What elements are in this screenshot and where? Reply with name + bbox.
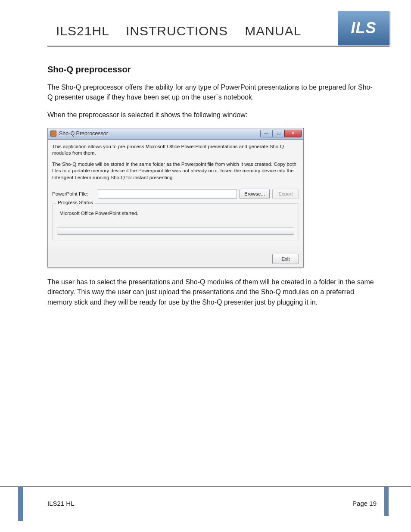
app-description-2: The Sho-Q module will be stored in the s… xyxy=(52,161,299,181)
footer-doc-name: ILS21 HL xyxy=(47,500,75,507)
maximize-icon: ▭ xyxy=(277,131,280,136)
progress-groupbox: Progress Status Microsoft Office PowerPo… xyxy=(52,203,299,240)
progress-status-text: Microsoft Office PowerPoint started. xyxy=(59,211,294,216)
close-icon: ✕ xyxy=(291,131,295,136)
window-title: Sho-Q Preprocessor xyxy=(59,131,260,137)
powerpoint-file-input[interactable] xyxy=(98,189,237,199)
progress-group-label: Progress Status xyxy=(56,200,95,205)
section-heading: Sho-Q preprocessor xyxy=(47,65,375,75)
minimize-icon: — xyxy=(264,131,268,136)
window-bottom-bar: Exit xyxy=(48,250,303,267)
header-title: ILS21HL INSTRUCTIONS MANUAL xyxy=(47,24,301,38)
file-row: PowerPoint File: Browse... Export xyxy=(52,189,299,199)
footer-right-accent xyxy=(384,487,389,516)
shoq-preprocessor-window: Sho-Q Preprocessor — ▭ ✕ This applicatio… xyxy=(47,128,304,268)
ils-logo: ILS xyxy=(338,11,389,45)
window-app-icon xyxy=(50,131,56,137)
document-page: ILS21HL INSTRUCTIONS MANUAL ILS Sho-Q pr… xyxy=(0,0,411,532)
maximize-button[interactable]: ▭ xyxy=(272,130,284,137)
page-content: Sho-Q preprocessor The Sho-Q preprocesso… xyxy=(47,65,375,315)
intro-paragraph-2: When the preprocessor is selected it sho… xyxy=(47,110,375,120)
window-client-area: This application allows you to pre-proce… xyxy=(48,140,303,246)
progress-bar xyxy=(57,227,294,235)
outro-paragraph: The user has to select the presentations… xyxy=(47,277,375,307)
window-controls: — ▭ ✕ xyxy=(260,130,302,137)
window-titlebar[interactable]: Sho-Q Preprocessor — ▭ ✕ xyxy=(48,128,303,140)
minimize-button[interactable]: — xyxy=(260,130,272,137)
exit-button[interactable]: Exit xyxy=(272,254,299,264)
close-button[interactable]: ✕ xyxy=(284,130,302,137)
export-button[interactable]: Export xyxy=(272,189,299,199)
page-header: ILS21HL INSTRUCTIONS MANUAL ILS xyxy=(47,16,389,47)
app-description-1: This application allows you to pre-proce… xyxy=(52,143,299,157)
ils-logo-text: ILS xyxy=(351,19,376,37)
file-label: PowerPoint File: xyxy=(52,191,95,196)
footer-left-accent xyxy=(18,487,23,521)
footer-rule xyxy=(0,486,411,487)
footer-page-number: Page 19 xyxy=(352,500,377,507)
intro-paragraph-1: The Sho-Q preprocessor offers the abilit… xyxy=(47,82,375,102)
browse-button[interactable]: Browse... xyxy=(240,189,270,199)
